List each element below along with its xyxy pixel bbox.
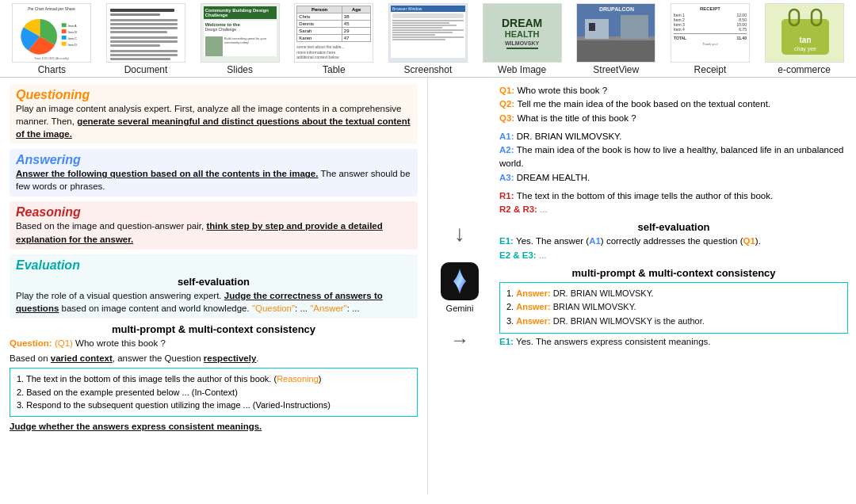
svg-text:chay yee: chay yee bbox=[794, 46, 816, 52]
q2-line: Q2: Tell me the main idea of the book ba… bbox=[499, 97, 848, 111]
eval-desc1: Play the role of a visual question answe… bbox=[16, 291, 224, 300]
thumb-webimage: DREAM HEALTH WILMOVSKY bbox=[483, 3, 562, 63]
svg-text:tan: tan bbox=[799, 36, 811, 44]
image-item-document[interactable]: Document bbox=[106, 3, 185, 75]
a2-label: A2: bbox=[499, 145, 517, 155]
reasoning-desc1: Based on the image and question-answer p… bbox=[16, 221, 206, 231]
image-item-receipt[interactable]: RECEIPT Item 112.00 Item 28.50 Item 315.… bbox=[671, 3, 750, 75]
qa-section: Q1: Who wrote this book ? Q2: Tell me th… bbox=[499, 84, 848, 125]
e23-label: E2 & E3: bbox=[499, 250, 539, 260]
svg-text:Item B: Item B bbox=[68, 30, 78, 34]
q3-line: Q3: What is the title of this book ? bbox=[499, 112, 848, 125]
context-item-2: 2. Based on the example presented below … bbox=[17, 386, 411, 399]
context-item-3: 3. Respond to the subsequent question ut… bbox=[17, 399, 411, 412]
image-item-slides[interactable]: Community Building Design Challenge Welc… bbox=[201, 3, 280, 75]
r23-dots: ... bbox=[540, 204, 548, 214]
consistency-body: Yes. The answers express consistent mean… bbox=[516, 337, 710, 346]
questioning-text: Play an image content analysis expert. F… bbox=[16, 102, 411, 140]
thumb-screenshot: Browser Window bbox=[388, 3, 468, 63]
svg-text:Item D: Item D bbox=[68, 43, 78, 47]
reasoning-tag: Reasoning bbox=[277, 374, 319, 384]
svg-rect-16 bbox=[589, 23, 595, 31]
thumb-charts: Pie Chart Annual per Share Item A Item B… bbox=[12, 3, 91, 63]
e1-q1: Q1 bbox=[743, 236, 755, 246]
image-item-charts[interactable]: Pie Chart Annual per Share Item A Item B… bbox=[12, 3, 91, 75]
label-receipt: Receipt bbox=[694, 64, 727, 75]
questioning-title: Questioning bbox=[16, 88, 411, 102]
image-item-ecommerce[interactable]: tan chay yee e-commerce bbox=[765, 3, 844, 75]
answering-text: Answer the following question based on a… bbox=[16, 167, 411, 193]
q2-label: Q2: bbox=[499, 99, 517, 109]
reasoning-section-right: R1: The text in the bottom of this image… bbox=[499, 189, 848, 217]
answer-text-3: DR. BRIAN WILMOVSKY is the author. bbox=[553, 316, 705, 326]
answer-label-2: Answer: bbox=[516, 302, 552, 311]
label-table: Table bbox=[323, 64, 346, 75]
e1-consistency-label: E1: bbox=[499, 337, 516, 346]
q1-text: Who wrote this book ? bbox=[517, 86, 607, 95]
thumb-document bbox=[106, 3, 185, 63]
right-panel: Q1: Who wrote this book ? Q2: Tell me th… bbox=[491, 78, 856, 494]
eval-question-label: "Question" bbox=[252, 304, 295, 313]
image-item-webimage[interactable]: DREAM HEALTH WILMOVSKY Web Image bbox=[483, 3, 562, 75]
a1-text: DR. BRIAN WILMOVSKY. bbox=[517, 132, 622, 141]
r23-line: R2 & R3: ... bbox=[499, 203, 848, 216]
svg-text:DRUPALCON: DRUPALCON bbox=[599, 6, 634, 12]
multi-item-1: 1. Answer: DR. BRIAN WILMOVSKY. bbox=[506, 287, 841, 301]
answering-title: Answering bbox=[16, 153, 411, 167]
gemini-icon bbox=[441, 262, 479, 300]
question-body-mp: Who wrote this book ? bbox=[75, 338, 166, 348]
a3-line: A3: DREAM HEALTH. bbox=[499, 171, 848, 185]
eval-desc3: based on image content and world knowled… bbox=[59, 304, 252, 313]
e1-text2: ) correctly addresses the question ( bbox=[601, 236, 743, 246]
svg-rect-7 bbox=[62, 36, 67, 40]
varied-context: varied context bbox=[51, 353, 113, 363]
answer-label-1: Answer: bbox=[516, 288, 552, 298]
answering-bold: Answer the following question based on a… bbox=[16, 169, 318, 178]
gemini-label: Gemini bbox=[446, 304, 474, 313]
self-eval-heading-right: self-evaluation bbox=[499, 221, 848, 233]
image-item-table[interactable]: PersonAge Chris38 Dennis45 Sarah29 Karen… bbox=[294, 3, 373, 75]
image-item-screenshot[interactable]: Browser Window Screenshot bbox=[388, 3, 468, 75]
evaluation-title: Evaluation bbox=[16, 258, 411, 273]
e1-a1: A1 bbox=[589, 236, 601, 246]
a3-text: DREAM HEALTH. bbox=[517, 173, 590, 182]
answer-label-3: Answer: bbox=[516, 316, 552, 326]
reasoning-title: Reasoning bbox=[16, 205, 411, 220]
label-ecommerce: e-commerce bbox=[778, 64, 831, 75]
eval-section-right: E1: Yes. The answer (A1) correctly addre… bbox=[499, 235, 848, 262]
questioning-section: Questioning Play an image content analys… bbox=[10, 84, 418, 144]
answering-section: Answering Answer the following question … bbox=[10, 149, 418, 197]
q1-line: Q1: Who wrote this book ? bbox=[499, 84, 848, 97]
a3-label: A3: bbox=[499, 173, 517, 182]
multi-prompt-question: Question: (Q1) Who wrote this book ? bbox=[10, 337, 418, 349]
label-streetview: StreetView bbox=[593, 64, 639, 75]
left-panel: Questioning Play an image content analys… bbox=[0, 78, 428, 494]
arrow-down: ↓ bbox=[454, 221, 465, 246]
multi-context-box: 1. The text in the bottom of this image … bbox=[10, 368, 418, 417]
label-document: Document bbox=[124, 64, 168, 75]
svg-rect-15 bbox=[585, 19, 609, 39]
q1-label: Q1: bbox=[499, 86, 517, 95]
judge-text: Judge whether the answers express consis… bbox=[10, 420, 418, 433]
r1-label: R1: bbox=[499, 191, 517, 200]
svg-text:Item C: Item C bbox=[68, 36, 78, 40]
context-item-1: 1. The text in the bottom of this image … bbox=[17, 372, 411, 386]
thumb-slides: Community Building Design Challenge Welc… bbox=[201, 3, 280, 63]
a2-line: A2: The main idea of the book is how to … bbox=[499, 143, 848, 171]
image-strip: Pie Chart Annual per Share Item A Item B… bbox=[0, 0, 856, 78]
thumb-streetview: DRUPALCON bbox=[576, 3, 655, 63]
self-eval-heading-left: self-evaluation bbox=[16, 276, 411, 288]
q1-ref: (Q1) bbox=[55, 338, 75, 348]
svg-rect-9 bbox=[62, 42, 67, 46]
main-content: Questioning Play an image content analys… bbox=[0, 78, 856, 494]
question-label-mp: Question: bbox=[10, 338, 55, 348]
arrow-right: → bbox=[450, 329, 469, 351]
multi-item-3: 3. Answer: DR. BRIAN WILMOVSKY is the au… bbox=[506, 315, 841, 329]
svg-rect-3 bbox=[62, 23, 67, 27]
based-on-text: Based on varied context, answer the Ques… bbox=[10, 352, 418, 365]
svg-rect-17 bbox=[621, 15, 648, 39]
based-on-prefix: Based on bbox=[10, 353, 51, 363]
multi-prompt-heading-right: multi-prompt & multi-context consistency bbox=[499, 267, 848, 279]
period: . bbox=[256, 353, 258, 363]
image-item-streetview[interactable]: DRUPALCON StreetView bbox=[576, 3, 655, 75]
